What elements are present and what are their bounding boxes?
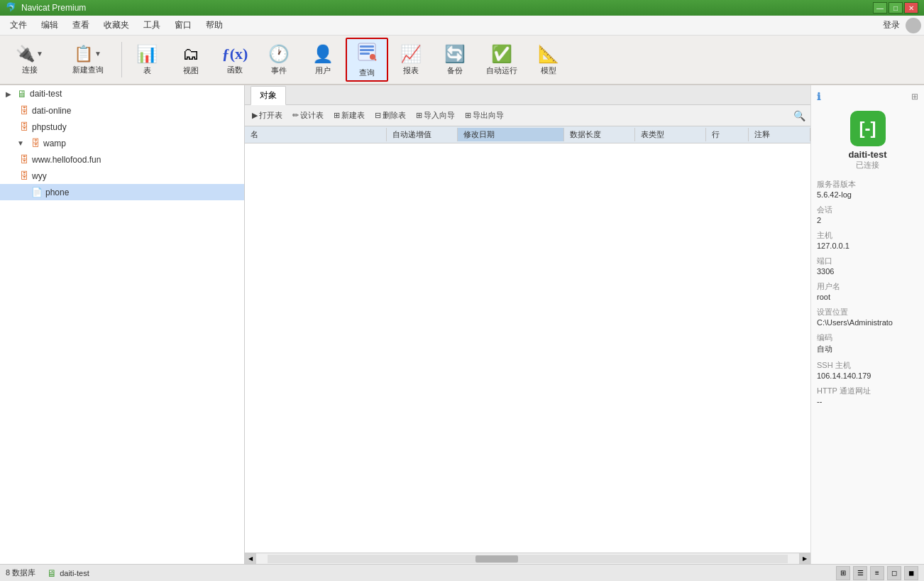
info-settings-location: 设置位置 C:\Users\Administrato xyxy=(817,307,918,327)
connection-status-icon: 🖥 xyxy=(47,568,57,579)
sidebar-item-daiti-test[interactable]: ▶ 🖥 daiti-test xyxy=(0,85,244,102)
sidebar-label-www-hellofood-fun: www.hellofood.fun xyxy=(32,155,101,165)
view-icon: 🗂 xyxy=(182,44,199,64)
new-table-button[interactable]: ⊞ 新建表 xyxy=(329,109,369,122)
menu-view[interactable]: 查看 xyxy=(65,16,97,34)
menu-tools[interactable]: 工具 xyxy=(136,16,167,34)
window-title: Navicat Premium xyxy=(21,3,873,13)
minimize-button[interactable]: — xyxy=(873,2,887,13)
export-wizard-button[interactable]: ⊞ 导出向导 xyxy=(461,109,508,122)
maximize-button[interactable]: □ xyxy=(889,2,903,13)
main-layout: ▶ 🖥 daiti-test 🗄 dati-online 🗄 phpstudy … xyxy=(0,85,924,564)
user-icon: 👤 xyxy=(312,44,334,64)
port-label: 端口 xyxy=(817,256,918,266)
toolbar-func[interactable]: ƒ(x) 函数 xyxy=(214,38,256,82)
report-icon: 📈 xyxy=(400,44,422,64)
menu-help[interactable]: 帮助 xyxy=(199,16,230,34)
login-button[interactable]: 登录 xyxy=(883,19,900,31)
scroll-left[interactable]: ◀ xyxy=(245,553,256,565)
open-table-icon: ▶ xyxy=(252,111,258,120)
toolbar-backup-label: 备份 xyxy=(447,65,463,76)
design-table-button[interactable]: ✏ 设计表 xyxy=(288,109,328,122)
open-table-button[interactable]: ▶ 打开表 xyxy=(248,109,287,122)
backup-icon: 🔄 xyxy=(444,44,466,64)
scrollbar-thumb[interactable] xyxy=(475,555,518,563)
toolbar-connect[interactable]: 🔌 ▼ 连接 xyxy=(3,38,56,82)
toolbar-user[interactable]: 👤 用户 xyxy=(302,38,344,82)
menu-bar-right: 登录 xyxy=(883,18,921,33)
connection-logo-icon: [-] xyxy=(859,119,876,139)
view-small-btn[interactable]: ◻ xyxy=(887,566,901,580)
view-grid-btn[interactable]: ⊞ xyxy=(836,566,850,580)
db-count: 8 数据库 xyxy=(6,568,35,578)
toolbar-view[interactable]: 🗂 视图 xyxy=(170,38,212,82)
sidebar-item-wamp[interactable]: ▼ 🗄 wamp xyxy=(0,135,244,151)
object-tab-bar: 对象 xyxy=(245,85,810,105)
info-ssh-host: SSH 主机 106.14.140.179 xyxy=(817,360,918,380)
sidebar-label-daiti-test: daiti-test xyxy=(30,89,62,99)
toolbar-autorun[interactable]: ✅ 自动运行 xyxy=(478,38,526,82)
view-list-btn[interactable]: ☰ xyxy=(853,566,867,580)
info-host: 主机 127.0.0.1 xyxy=(817,230,918,250)
ssh-host-value: 106.14.140.179 xyxy=(817,371,918,380)
sidebar-item-dati-online[interactable]: 🗄 dati-online xyxy=(0,102,244,119)
menu-favorites[interactable]: 收藏夹 xyxy=(97,16,136,34)
table-content[interactable] xyxy=(245,143,810,553)
col-rows: 行 xyxy=(706,128,749,141)
host-value: 127.0.0.1 xyxy=(817,241,918,250)
svg-point-4 xyxy=(370,54,375,60)
info-icon: ℹ xyxy=(817,91,820,102)
encoding-value: 自动 xyxy=(817,344,918,354)
view-detail-btn[interactable]: ≡ xyxy=(870,566,884,580)
func-icon: ƒ(x) xyxy=(222,45,248,63)
scroll-right[interactable]: ▶ xyxy=(799,553,810,565)
status-bar: 8 数据库 🖥 daiti-test ⊞ ☰ ≡ ◻ ◼ xyxy=(0,564,924,581)
menu-window[interactable]: 窗口 xyxy=(167,16,199,34)
search-button[interactable]: 🔍 xyxy=(791,107,808,124)
toolbar-model[interactable]: 📐 模型 xyxy=(527,38,570,82)
session-label: 会话 xyxy=(817,205,918,215)
toolbar-backup[interactable]: 🔄 备份 xyxy=(434,38,476,82)
toolbar-event[interactable]: 🕐 事件 xyxy=(258,38,300,82)
info-port: 端口 3306 xyxy=(817,256,918,276)
event-icon: 🕐 xyxy=(268,44,290,64)
scrollbar-track[interactable] xyxy=(268,555,788,563)
toolbar-new-query[interactable]: 📋 ▼ 新建查询 xyxy=(57,38,118,82)
delete-table-icon: ⊟ xyxy=(375,111,381,120)
main-toolbar: 🔌 ▼ 连接 📋 ▼ 新建查询 📊 表 🗂 视图 ƒ(x) 函数 🕐 事件 👤 … xyxy=(0,36,924,85)
autorun-icon: ✅ xyxy=(491,44,512,64)
toolbar-new-query-label: 新建查询 xyxy=(72,65,104,75)
toolbar-event-label: 事件 xyxy=(271,65,287,76)
sidebar-item-phpstudy[interactable]: 🗄 phpstudy xyxy=(0,119,244,135)
user-avatar xyxy=(906,18,921,33)
new-query-icon: 📋 xyxy=(74,45,93,63)
menu-file[interactable]: 文件 xyxy=(3,16,34,34)
svg-rect-1 xyxy=(360,45,374,48)
col-data-len: 数据长度 xyxy=(564,128,635,141)
svg-line-5 xyxy=(375,59,376,60)
menu-edit[interactable]: 编辑 xyxy=(34,16,65,34)
sidebar-item-www-hellofood-fun[interactable]: 🗄 www.hellofood.fun xyxy=(0,151,244,168)
status-view-controls: ⊞ ☰ ≡ ◻ ◼ xyxy=(836,566,918,580)
connection-icon: 🖥 xyxy=(17,88,27,99)
info-panel: ℹ ⊞ [-] daiti-test 已连接 服务器版本 5.6.42-log … xyxy=(810,85,924,564)
sidebar-item-wyy[interactable]: 🗄 wyy xyxy=(0,168,244,184)
session-value: 2 xyxy=(817,216,918,224)
username-label: 用户名 xyxy=(817,281,918,292)
new-table-icon: ⊞ xyxy=(334,111,340,120)
toolbar-table[interactable]: 📊 表 xyxy=(126,38,168,82)
view-large-btn[interactable]: ◼ xyxy=(904,566,918,580)
close-button[interactable]: ✕ xyxy=(904,2,918,13)
import-wizard-button[interactable]: ⊞ 导入向导 xyxy=(412,109,459,122)
toolbar-report[interactable]: 📈 报表 xyxy=(390,38,432,82)
toolbar-query[interactable]: 查询 xyxy=(346,38,388,82)
sidebar-label-phpstudy: phpstudy xyxy=(32,122,67,132)
sidebar-label-wamp: wamp xyxy=(43,139,66,148)
toolbar-autorun-label: 自动运行 xyxy=(486,65,517,76)
sidebar-item-phone[interactable]: 📄 phone xyxy=(0,184,244,200)
info-http-tunnel: HTTP 通道网址 -- xyxy=(817,386,918,406)
connection-name-status: daiti-test xyxy=(60,569,89,577)
title-bar: 🐬 Navicat Premium — □ ✕ xyxy=(0,0,924,16)
object-tab[interactable]: 对象 xyxy=(251,86,286,105)
delete-table-button[interactable]: ⊟ 删除表 xyxy=(370,109,410,122)
